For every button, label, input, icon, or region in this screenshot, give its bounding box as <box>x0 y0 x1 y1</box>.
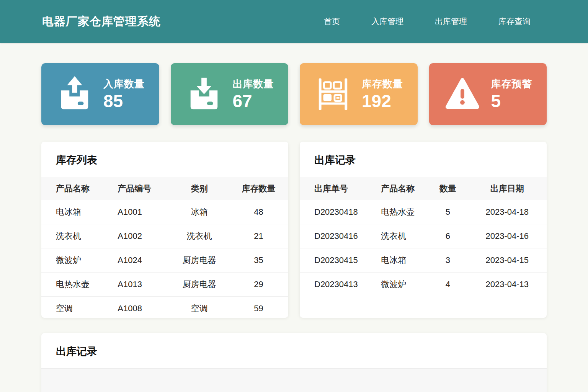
cell-category: 厨房电器 <box>170 273 229 297</box>
panel-title-outbound: 出库记录 <box>300 142 547 177</box>
table-row: 电冰箱 A1001 冰箱 48 <box>41 200 288 224</box>
stat-label: 库存预警 <box>491 77 532 91</box>
cell-product-code: A1001 <box>103 200 170 224</box>
cell-product-name: 微波炉 <box>366 273 428 297</box>
table-row: D20230413 微波炉 4 2023-04-13 <box>300 273 547 297</box>
table-header-row: 产品名称 产品编号 类别 库存数量 <box>41 177 288 200</box>
inventory-table: 产品名称 产品编号 类别 库存数量 电冰箱 A1001 冰箱 48 洗衣机 <box>41 177 288 318</box>
column-header: 出库单号 <box>300 177 366 200</box>
cell-product-name: 电热水壶 <box>366 200 428 224</box>
cell-product-name: 洗衣机 <box>366 224 428 248</box>
stat-label: 出库数量 <box>233 77 274 91</box>
cell-category: 冰箱 <box>170 200 229 224</box>
cell-product-code: A1002 <box>103 224 170 248</box>
cell-category: 厨房电器 <box>170 248 229 273</box>
cell-product-name: 洗衣机 <box>41 224 103 248</box>
outbound-records-panel: 出库记录 出库单号 产品名称 数量 出库日期 D20230418 电热水壶 5 <box>300 142 547 318</box>
stat-card-outbound: 出库数量 67 <box>171 63 289 125</box>
table-row: D20230415 电冰箱 3 2023-04-15 <box>300 248 547 273</box>
stat-label: 库存数量 <box>362 77 403 91</box>
column-header: 产品名称 <box>366 177 428 200</box>
stat-value: 192 <box>362 91 403 111</box>
cell-stock-qty: 35 <box>229 248 288 273</box>
cell-product-name: 空调 <box>41 297 103 318</box>
cell-product-name: 电冰箱 <box>41 200 103 224</box>
table-header-band <box>41 368 547 392</box>
stat-cards-row: 入库数量 85 出库数量 67 <box>41 63 547 125</box>
stat-value: 67 <box>233 91 274 111</box>
panel-title-inventory: 库存列表 <box>41 142 288 177</box>
cell-stock-qty: 29 <box>229 273 288 297</box>
cell-category: 洗衣机 <box>170 224 229 248</box>
nav-item-inventory[interactable]: 库存查询 <box>498 16 531 27</box>
stat-value: 5 <box>491 91 532 111</box>
stat-value: 85 <box>103 91 145 111</box>
nav-item-inbound[interactable]: 入库管理 <box>371 16 403 27</box>
cell-date: 2023-04-18 <box>468 200 547 224</box>
cell-date: 2023-04-13 <box>468 273 547 297</box>
nav-item-outbound[interactable]: 出库管理 <box>435 16 467 27</box>
stat-label: 入库数量 <box>103 77 145 91</box>
column-header: 产品名称 <box>41 177 103 200</box>
column-header: 数量 <box>428 177 467 200</box>
cell-product-code: A1013 <box>103 273 170 297</box>
cell-product-name: 电冰箱 <box>366 248 428 273</box>
cell-order-no: D20230416 <box>300 224 366 248</box>
cell-product-code: A1024 <box>103 248 170 273</box>
table-row: D20230416 洗衣机 6 2023-04-16 <box>300 224 547 248</box>
column-header: 类别 <box>170 177 229 200</box>
cell-qty: 6 <box>428 224 467 248</box>
table-row: 空调 A1008 空调 59 <box>41 297 288 318</box>
top-navigation-bar: 电器厂家仓库管理系统 首页 入库管理 出库管理 库存查询 <box>0 0 588 43</box>
table-header-row: 出库单号 产品名称 数量 出库日期 <box>300 177 547 200</box>
bottom-outbound-panel: 出库记录 <box>41 333 547 392</box>
inbox-in-icon <box>56 75 93 113</box>
cell-qty: 5 <box>428 200 467 224</box>
cell-date: 2023-04-15 <box>468 248 547 273</box>
cell-product-code: A1008 <box>103 297 170 318</box>
cell-order-no: D20230413 <box>300 273 366 297</box>
table-row: 电热水壶 A1013 厨房电器 29 <box>41 273 288 297</box>
panel-title-bottom-outbound: 出库记录 <box>41 333 547 368</box>
inbox-out-icon <box>185 75 223 113</box>
cell-qty: 4 <box>428 273 467 297</box>
cell-category: 空调 <box>170 297 229 318</box>
nav-item-home[interactable]: 首页 <box>324 16 340 27</box>
column-header: 产品编号 <box>103 177 170 200</box>
cell-order-no: D20230415 <box>300 248 366 273</box>
cell-stock-qty: 21 <box>229 224 288 248</box>
table-row: D20230418 电热水壶 5 2023-04-18 <box>300 200 547 224</box>
cell-qty: 3 <box>428 248 467 273</box>
cell-order-no: D20230418 <box>300 200 366 224</box>
stat-card-alert: 库存预警 5 <box>429 63 547 125</box>
inventory-list-panel: 库存列表 产品名称 产品编号 类别 库存数量 电冰箱 A1001 冰箱 4 <box>41 142 288 318</box>
outbound-table: 出库单号 产品名称 数量 出库日期 D20230418 电热水壶 5 2023-… <box>300 177 547 297</box>
stat-card-stock: 库存数量 192 <box>300 63 418 125</box>
cell-date: 2023-04-16 <box>468 224 547 248</box>
table-row: 微波炉 A1024 厨房电器 35 <box>41 248 288 273</box>
cell-product-name: 电热水壶 <box>41 273 103 297</box>
warning-icon <box>444 75 481 113</box>
main-nav: 首页 入库管理 出库管理 库存查询 <box>324 16 531 27</box>
table-row: 洗衣机 A1002 洗衣机 21 <box>41 224 288 248</box>
cell-stock-qty: 59 <box>229 297 288 318</box>
cell-product-name: 微波炉 <box>41 248 103 273</box>
stat-card-inbound: 入库数量 85 <box>41 63 159 125</box>
app-title: 电器厂家仓库管理系统 <box>42 14 161 29</box>
column-header: 库存数量 <box>229 177 288 200</box>
shelf-icon <box>314 75 352 113</box>
cell-stock-qty: 48 <box>229 200 288 224</box>
column-header: 出库日期 <box>468 177 547 200</box>
